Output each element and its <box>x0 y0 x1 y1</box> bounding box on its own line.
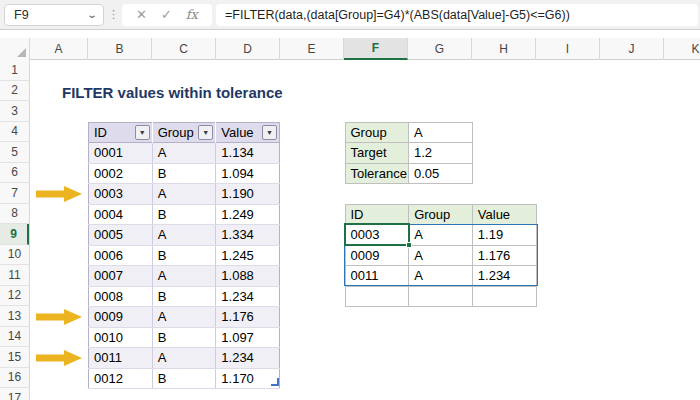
row-header-14[interactable]: 14 <box>0 327 29 348</box>
row-header-11[interactable]: 11 <box>0 265 29 286</box>
column-header-G[interactable]: G <box>408 38 472 60</box>
row-header-6[interactable]: 6 <box>0 163 29 184</box>
cell-value[interactable]: 1.088 <box>216 266 280 287</box>
row-header-4[interactable]: 4 <box>0 122 29 143</box>
cell-value[interactable]: 1.094 <box>216 163 280 184</box>
cell-group[interactable]: B <box>152 163 216 184</box>
cell-group[interactable]: A <box>409 225 473 246</box>
cell-value[interactable]: 1.249 <box>216 204 280 225</box>
row-header-10[interactable]: 10 <box>0 245 29 266</box>
cell-id[interactable]: 0009 <box>89 307 153 328</box>
column-header-A[interactable]: A <box>30 38 88 60</box>
column-header-D[interactable]: D <box>216 38 280 60</box>
cell-id[interactable]: 0005 <box>89 225 153 246</box>
name-box[interactable]: F9 ⌄ <box>4 4 104 26</box>
result-column-header[interactable]: Value <box>472 204 536 225</box>
row-header-5[interactable]: 5 <box>0 142 29 163</box>
cell-id[interactable]: 0007 <box>89 266 153 287</box>
filter-dropdown-button[interactable]: ▼ <box>262 125 277 140</box>
row-header-16[interactable]: 16 <box>0 368 29 389</box>
row-header-17[interactable]: 17 <box>0 388 29 400</box>
cell-id[interactable]: 0003 <box>89 184 153 205</box>
column-header-F[interactable]: F <box>344 38 408 60</box>
cell-group[interactable]: A <box>152 225 216 246</box>
parameter-value[interactable]: A <box>409 122 473 143</box>
parameter-value[interactable]: 1.2 <box>409 143 473 164</box>
cell-group[interactable]: B <box>152 204 216 225</box>
cell-id[interactable]: 0011 <box>89 348 153 369</box>
cell-value[interactable]: 1.097 <box>216 327 280 348</box>
cell-group[interactable]: B <box>152 245 216 266</box>
select-all-corner[interactable] <box>0 38 30 60</box>
parameter-label[interactable]: Group <box>345 122 409 143</box>
cell-group[interactable]: A <box>152 266 216 287</box>
cell-value[interactable]: 1.234 <box>472 266 536 287</box>
cell-id[interactable]: 0008 <box>89 286 153 307</box>
fill-handle[interactable] <box>406 242 412 248</box>
cell-id[interactable]: 0004 <box>89 204 153 225</box>
source-column-header[interactable]: Value▼ <box>216 122 280 143</box>
cell-value[interactable]: 1.19 <box>472 225 536 246</box>
row-header-9[interactable]: 9 <box>0 224 29 245</box>
row-header-7[interactable]: 7 <box>0 183 29 204</box>
cell-id[interactable]: 0001 <box>89 143 153 164</box>
column-header-H[interactable]: H <box>472 38 536 60</box>
cell-value[interactable]: 1.234 <box>216 348 280 369</box>
cell-id[interactable]: 0002 <box>89 163 153 184</box>
row-header-13[interactable]: 13 <box>0 306 29 327</box>
cell-id[interactable]: 0009 <box>345 245 409 266</box>
parameter-label[interactable]: Tolerance <box>345 163 409 184</box>
column-header-B[interactable]: B <box>88 38 152 60</box>
cell-id[interactable]: 0010 <box>89 327 153 348</box>
insert-function-icon[interactable]: fx <box>186 7 198 22</box>
parameter-value[interactable]: 0.05 <box>409 163 473 184</box>
cell-value[interactable]: 1.176 <box>216 307 280 328</box>
column-header-C[interactable]: C <box>152 38 216 60</box>
parameter-label[interactable]: Target <box>345 143 409 164</box>
empty-cell[interactable] <box>472 286 536 307</box>
row-header-15[interactable]: 15 <box>0 347 29 368</box>
cell-group[interactable]: A <box>152 307 216 328</box>
empty-cell[interactable] <box>409 286 473 307</box>
source-column-header[interactable]: ID▼ <box>89 122 153 143</box>
name-box-chevron-icon[interactable]: ⌄ <box>86 9 98 20</box>
table-resize-handle[interactable] <box>271 378 279 386</box>
row-header-3[interactable]: 3 <box>0 101 29 122</box>
column-header-J[interactable]: J <box>600 38 664 60</box>
source-column-header[interactable]: Group▼ <box>152 122 216 143</box>
cell-group[interactable]: B <box>152 368 216 389</box>
cell-group[interactable]: A <box>152 184 216 205</box>
column-header-I[interactable]: I <box>536 38 600 60</box>
cell-group[interactable]: A <box>152 143 216 164</box>
cell-value[interactable]: 1.176 <box>472 245 536 266</box>
cell-value[interactable]: 1.234 <box>216 286 280 307</box>
cell-id[interactable]: 0012 <box>89 368 153 389</box>
cell-group[interactable]: A <box>409 245 473 266</box>
row-header-12[interactable]: 12 <box>0 286 29 307</box>
cell-value[interactable]: 1.134 <box>216 143 280 164</box>
cell-id[interactable]: 0011 <box>345 266 409 287</box>
cell-group[interactable]: B <box>152 327 216 348</box>
cancel-icon[interactable]: ✕ <box>136 8 147 21</box>
cell-value[interactable]: 1.170 <box>216 368 280 389</box>
cell-group[interactable]: A <box>152 348 216 369</box>
enter-icon[interactable]: ✓ <box>161 8 172 21</box>
cell-id[interactable]: 0006 <box>89 245 153 266</box>
row-header-2[interactable]: 2 <box>0 81 29 102</box>
cell-id[interactable]: 0003 <box>345 225 409 246</box>
cell-value[interactable]: 1.245 <box>216 245 280 266</box>
empty-cell[interactable] <box>345 286 409 307</box>
result-column-header[interactable]: ID <box>345 204 409 225</box>
cell-group[interactable]: A <box>409 266 473 287</box>
filter-dropdown-button[interactable]: ▼ <box>135 125 150 140</box>
cell-value[interactable]: 1.334 <box>216 225 280 246</box>
result-column-header[interactable]: Group <box>409 204 473 225</box>
cell-group[interactable]: B <box>152 286 216 307</box>
filter-dropdown-button[interactable]: ▼ <box>198 125 213 140</box>
column-header-E[interactable]: E <box>280 38 344 60</box>
formula-input[interactable]: =FILTER(data,(data[Group]=G4)*(ABS(data[… <box>216 4 698 26</box>
row-header-1[interactable]: 1 <box>0 60 29 81</box>
cell-value[interactable]: 1.190 <box>216 184 280 205</box>
column-header-K[interactable]: K <box>664 38 700 60</box>
row-header-8[interactable]: 8 <box>0 204 29 225</box>
